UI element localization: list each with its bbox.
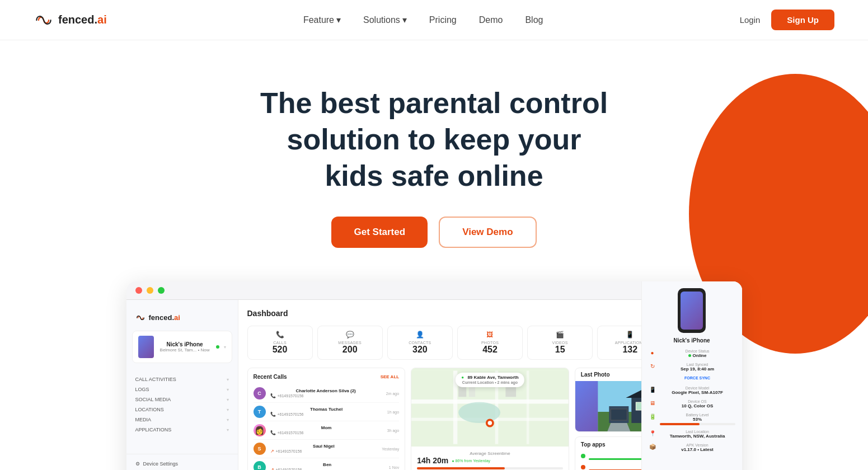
online-indicator [688, 354, 691, 357]
svg-point-6 [458, 402, 500, 423]
get-started-button[interactable]: Get Started [331, 217, 428, 248]
sync-icon: ↻ [649, 363, 656, 369]
dashboard-title: Dashboard [247, 309, 288, 318]
svg-rect-1 [411, 400, 569, 403]
sidebar-logo: fenced.ai [126, 309, 238, 331]
hero-section: The best parental control solution to ke… [0, 40, 868, 470]
call-item-4: S Saul Nigel ↗ +61491570156 Yesterday [254, 440, 400, 458]
calls-see-all[interactable]: SEE ALL [381, 374, 399, 379]
device-info-panel: Nick's iPhone ● Device Status Online [641, 281, 742, 470]
sidebar-logo-text: fenced.ai [149, 313, 180, 322]
call-info-2: Thomas Tuchel 📞 +61491570156 [270, 407, 383, 417]
svg-rect-5 [527, 371, 529, 444]
map-background: ● 89 Kable Ave, Tamworth Current Locatio… [411, 368, 569, 446]
nav-pricing[interactable]: Pricing [429, 15, 457, 25]
navbar: fenced.ai Feature ▾ Solutions ▾ Pricing … [0, 0, 868, 40]
app-dot-firefox [581, 465, 585, 469]
phone-screen [681, 292, 703, 330]
chevron-down-icon: ▾ [402, 15, 407, 25]
sidebar-item-locations[interactable]: LOCATIONS ▾ [135, 405, 229, 415]
svg-point-11 [488, 421, 492, 425]
map-screentime-section: ● 89 Kable Ave, Tamworth Current Locatio… [411, 368, 569, 470]
calls-title: Recent Calls [254, 374, 287, 380]
browser-dot-yellow [147, 287, 153, 294]
login-button[interactable]: Login [740, 15, 761, 25]
device-online-dot [216, 345, 219, 349]
sidebar-item-media[interactable]: MEDIA ▾ [135, 415, 229, 425]
dashboard-body: fenced.ai Nick's iPhone Belmore St, Tam.… [126, 300, 742, 470]
sidebar-bottom: ⚙ Device Settings ★ Go Premium [126, 454, 238, 470]
panel-device-name: Nick's iPhone [649, 337, 735, 344]
screentime-bar-fill [417, 467, 504, 469]
sidebar-device-settings[interactable]: ⚙ Device Settings [135, 459, 229, 469]
screentime-bar [417, 467, 563, 469]
nav-blog[interactable]: Blog [525, 15, 543, 25]
contacts-icon: 👤 [393, 331, 447, 339]
call-avatar-4: S [254, 443, 266, 455]
logo[interactable]: fenced.ai [34, 13, 107, 27]
calls-section-header: Recent Calls SEE ALL [254, 374, 400, 380]
battery-bar [660, 423, 735, 425]
recent-calls-section: Recent Calls SEE ALL C Charlotte Anderso… [247, 368, 406, 470]
view-demo-button[interactable]: View Demo [439, 217, 536, 248]
stat-photos: 🖼 PHOTOS 452 [457, 326, 523, 360]
phone-icon-3: 📞 [270, 430, 276, 435]
location-icon: 📍 [649, 430, 656, 436]
signup-button[interactable]: Sign Up [771, 10, 834, 30]
call-avatar-2: T [254, 406, 266, 418]
browser-dot-red [135, 287, 142, 294]
chevron-icon: ▾ [224, 345, 226, 350]
browser-dot-green [158, 287, 165, 294]
device-name-label: Nick's iPhone [158, 341, 212, 347]
call-avatar-5: B [254, 461, 266, 470]
photos-icon: 🖼 [463, 331, 517, 339]
nav-feature[interactable]: Feature ▾ [303, 15, 341, 25]
device-thumbnail [138, 336, 154, 358]
app-dot-spotify [581, 454, 585, 458]
map-section: ● 89 Kable Ave, Tamworth Current Locatio… [411, 368, 569, 470]
map-location-badge: ● 89 Kable Ave, Tamworth Current Locatio… [456, 373, 524, 387]
force-sync-button[interactable]: FORCE SYNC [684, 376, 710, 380]
dashboard-mockup: fenced.ai Nick's iPhone Belmore St, Tam.… [126, 281, 742, 470]
sidebar-item-social-media[interactable]: SOCIAL MEDIA ▾ [135, 394, 229, 405]
device-info: Nick's iPhone Belmore St, Tam... • Now [158, 341, 212, 352]
missed-icon-2: ↗ [270, 467, 274, 470]
nav-right: Login Sign Up [740, 10, 834, 30]
apps-title: Top apps [581, 441, 606, 448]
calls-icon: 📞 [254, 331, 307, 339]
logo-text: fenced.ai [58, 13, 107, 26]
nav-links: Feature ▾ Solutions ▾ Pricing Demo Blog [303, 15, 543, 25]
device-battery-item: 🔋 Battery Level 53% [649, 413, 735, 425]
phone-image [678, 288, 706, 333]
nav-demo[interactable]: Demo [479, 15, 503, 25]
sidebar-logo-icon [135, 314, 146, 321]
chevron-down-icon: ▾ [336, 15, 341, 25]
stat-contacts: 👤 CONTACTS 320 [387, 326, 453, 360]
sidebar-item-applications[interactable]: APPLICATIONS ▾ [135, 425, 229, 435]
apk-icon: 📦 [649, 444, 656, 450]
sidebar-menu: CALL ACTIVITIES ▾ LOGS ▾ SOCIAL MEDIA ▾ … [126, 372, 238, 437]
call-info-1: Charlotte Anderson Silva (2) 📞 +61491570… [270, 388, 382, 398]
dashboard-sidebar: fenced.ai Nick's iPhone Belmore St, Tam.… [126, 300, 238, 470]
call-avatar-1: C [254, 387, 266, 400]
call-item-5: B Ben ↗ +61491570156 1 Nov [254, 458, 400, 470]
call-info-5: Ben ↗ +61491570156 [270, 462, 384, 470]
phone-icon-2: 📞 [270, 412, 276, 417]
sidebar-item-call-activities[interactable]: CALL ACTIVITIES ▾ [135, 374, 229, 384]
nav-solutions[interactable]: Solutions ▾ [363, 15, 407, 25]
call-info-3: Mom 📞 +61491570156 [270, 425, 383, 435]
sidebar-item-logs[interactable]: LOGS ▾ [135, 384, 229, 394]
device-apk-item: 📦 APK Version v1.17.0 • Latest [649, 443, 735, 452]
device-location-item: 📍 Last Location Tamworth, NSW, Australia [649, 430, 735, 439]
stat-calls: 📞 CALLS 520 [247, 326, 313, 360]
device-os-item: 🖥 Device OS 10 Q, Color OS [649, 400, 735, 408]
device-location-label: Belmore St, Tam... • Now [158, 347, 212, 352]
stat-messages: 💬 MESSAGES 200 [317, 326, 383, 360]
hero-headline: The best parental control solution to ke… [210, 85, 658, 194]
device-card[interactable]: Nick's iPhone Belmore St, Tam... • Now ▾ [132, 331, 232, 363]
missed-icon-1: ↗ [270, 449, 274, 454]
photo-title: Last Photo [581, 372, 610, 378]
os-icon: 🖥 [649, 400, 656, 406]
svg-marker-23 [607, 423, 630, 431]
svg-rect-22 [611, 409, 627, 420]
